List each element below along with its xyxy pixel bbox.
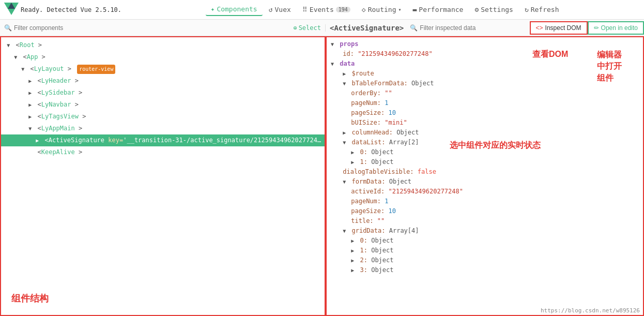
data-row-dialogtablevisible: dialogTableVisible: false <box>331 167 639 177</box>
tree-arrow-lytagsview: ▶ <box>28 112 34 122</box>
tree-item-root[interactable]: ▼ <Root > <box>1 39 325 51</box>
vuex-icon: ↺ <box>269 6 273 13</box>
data-row-formdata-title: title: "" <box>331 216 639 226</box>
data-row-columnhead: ▶ columnHead: Object <box>331 128 639 138</box>
tree-item-lysidebar[interactable]: ▶ <LySidebar > <box>1 87 325 99</box>
griddata-2-arrow[interactable]: ▶ <box>351 255 356 265</box>
nav-performance[interactable]: ▬ Performance <box>408 4 469 16</box>
props-arrow[interactable]: ▼ <box>331 39 336 49</box>
routing-chevron-icon: ▾ <box>398 7 401 12</box>
datalist-arrow[interactable]: ▼ <box>343 138 348 147</box>
data-row-activeid: activeId: "212594349620277248" <box>331 187 639 197</box>
tree-arrow-activesignature: ▶ <box>36 136 41 145</box>
select-button[interactable]: ⊕ Select <box>293 24 321 32</box>
filter-data-search-icon: 🔍 <box>410 24 418 32</box>
inspect-dom-button[interactable]: <> Inspect DOM <box>530 21 588 35</box>
code-icon: <> <box>536 24 543 32</box>
formdata-arrow[interactable]: ▼ <box>343 177 348 187</box>
data-row-btableformdata: ▼ bTableFormData: Object <box>331 79 639 88</box>
datalist-1-arrow[interactable]: ▶ <box>351 157 356 167</box>
data-row-buisize: bUISize: "mini" <box>331 118 639 128</box>
nav-components[interactable]: ✦ Components <box>206 3 263 16</box>
filter-components-input[interactable] <box>14 24 291 32</box>
tree-arrow-lynavbar: ▶ <box>28 100 34 110</box>
data-row-griddata-3: ▶ 3: Object <box>331 265 639 275</box>
tree-arrow-root: ▼ <box>7 41 12 50</box>
tree-arrow-lyappmain: ▼ <box>28 124 34 133</box>
data-row-id: id: "212594349620277248" <box>331 49 639 59</box>
btableformdata-arrow[interactable]: ▼ <box>343 79 348 88</box>
route-arrow[interactable]: ▶ <box>343 69 348 79</box>
data-row-pagenum1: pageNum: 1 <box>331 98 639 108</box>
router-view-badge: router-view <box>77 65 115 74</box>
filter-right: <ActiveSignature> 🔍 <box>326 24 530 32</box>
tree-item-lytagsview[interactable]: ▶ <LyTagsView > <box>1 111 325 123</box>
vue-logo <box>4 2 19 18</box>
routing-icon: ◇ <box>362 6 366 13</box>
data-row-props-section: ▼ props <box>331 39 639 49</box>
tree-arrow-keepalive: ▶ <box>28 148 34 157</box>
data-row-griddata-1: ▶ 1: Object <box>331 246 639 255</box>
nav-vuex[interactable]: ↺ Vuex <box>264 4 296 16</box>
tree-item-lyappmain[interactable]: ▼ <LyAppMain > <box>1 123 325 134</box>
data-row-datalist-1: ▶ 1: Object <box>331 157 639 167</box>
events-badge: 194 <box>336 7 350 12</box>
griddata-0-arrow[interactable]: ▶ <box>351 236 356 246</box>
components-icon: ✦ <box>211 5 215 13</box>
editor-annotation: 编辑器中打开组件 <box>597 49 622 84</box>
tree-item-lynavbar[interactable]: ▶ <LyNavbar > <box>1 99 325 111</box>
main-content: ▼ <Root > ▼ <App > ▼ <LyLayout > router-… <box>0 36 644 316</box>
tree-arrow-app: ▼ <box>14 53 19 62</box>
data-row-formdata-pagesize: pageSize: 10 <box>331 206 639 216</box>
data-row-orderby: orderBy: "" <box>331 88 639 98</box>
nav-settings[interactable]: ⚙ Settings <box>469 4 518 16</box>
nav-events[interactable]: ⠿ Events 194 <box>297 4 356 16</box>
data-row-griddata: ▼ gridData: Array[4] <box>331 226 639 236</box>
tree-arrow-lylayout: ▼ <box>21 65 26 74</box>
columnhead-arrow[interactable]: ▶ <box>343 128 348 138</box>
settings-icon: ⚙ <box>474 6 479 13</box>
tree-arrow-lysidebar: ▶ <box>28 88 34 98</box>
data-section-arrow[interactable]: ▼ <box>331 59 336 69</box>
right-panel: ▼ props id: "212594349620277248" ▼ data … <box>326 36 644 316</box>
nav-refresh[interactable]: ↻ Refresh <box>519 4 564 16</box>
filter-left: 🔍 ⊕ Select <box>0 24 326 32</box>
nav-status: Ready. Detected Vue 2.5.10. <box>21 6 121 13</box>
data-panel: ▼ props id: "212594349620277248" ▼ data … <box>327 37 643 315</box>
left-panel: ▼ <Root > ▼ <App > ▼ <LyLayout > router-… <box>0 36 326 316</box>
filter-search-icon: 🔍 <box>4 24 12 32</box>
action-button-group: <> Inspect DOM ✏ Open in edito <box>530 21 644 35</box>
filter-data-input[interactable] <box>420 24 525 32</box>
data-row-griddata-2: ▶ 2: Object <box>331 255 639 265</box>
data-row-formdata-pagenum: pageNum: 1 <box>331 197 639 206</box>
griddata-1-arrow[interactable]: ▶ <box>351 246 356 255</box>
data-row-data-section: ▼ data <box>331 59 639 69</box>
data-row-route: ▶ $route <box>331 69 639 79</box>
tree-annotation: 组件结构 <box>11 292 49 305</box>
nav-items: ✦ Components ↺ Vuex ⠿ Events 194 ◇ Routi… <box>130 3 640 16</box>
griddata-arrow[interactable]: ▼ <box>343 226 348 236</box>
editor-icon: ✏ <box>594 24 599 32</box>
griddata-3-arrow[interactable]: ▶ <box>351 265 356 275</box>
right-annotation: 选中组件对应的实时状态 <box>450 140 639 151</box>
tree-item-lyheader[interactable]: ▶ <LyHeader > <box>1 75 325 87</box>
performance-icon: ▬ <box>413 6 417 13</box>
select-cursor-icon: ⊕ <box>293 24 297 32</box>
component-title: <ActiveSignature> <box>330 24 404 32</box>
url-bar: https://blog.csdn.net/w895126 <box>541 307 640 314</box>
top-nav: Ready. Detected Vue 2.5.10. ✦ Components… <box>0 0 644 20</box>
tree-item-keepalive[interactable]: ▶ <KeepAlive > <box>1 146 325 158</box>
nav-routing[interactable]: ◇ Routing ▾ <box>357 4 407 16</box>
data-row-pagesize1: pageSize: 10 <box>331 108 639 118</box>
open-in-editor-button[interactable]: ✏ Open in edito <box>588 21 644 35</box>
data-row-formdata: ▼ formData: Object <box>331 177 639 187</box>
tree-item-lylayout[interactable]: ▼ <LyLayout > router-view <box>1 63 325 75</box>
refresh-icon: ↻ <box>525 6 529 13</box>
inspect-dom-annotation: 查看DOM <box>532 49 568 60</box>
data-row-griddata-0: ▶ 0: Object <box>331 236 639 246</box>
filter-bar: 🔍 ⊕ Select <ActiveSignature> 🔍 <> Inspec… <box>0 20 644 36</box>
events-icon: ⠿ <box>302 6 308 13</box>
tree-item-app[interactable]: ▼ <App > <box>1 51 325 63</box>
datalist-0-arrow[interactable]: ▶ <box>351 147 356 157</box>
tree-item-activesignature[interactable]: ▶ <ActiveSignature key='__transition-31-… <box>1 134 325 146</box>
